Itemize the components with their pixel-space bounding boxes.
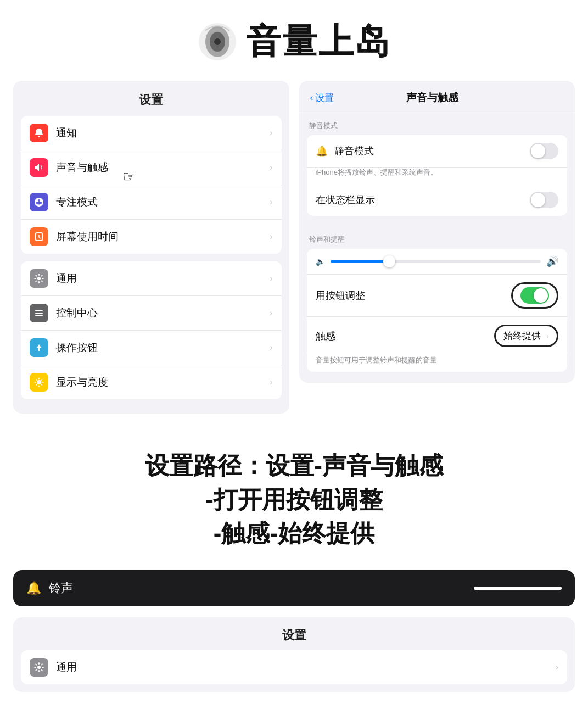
statusbar-toggle[interactable] — [530, 192, 558, 208]
tongyong-chevron: › — [270, 274, 272, 283]
bottom-general-icon — [30, 658, 48, 677]
bottom-section: 🔔 铃声 设置 通用 › — [0, 570, 588, 703]
caozuo-chevron: › — [270, 343, 272, 353]
svg-rect-8 — [35, 315, 43, 316]
settings-panel-title: 设置 — [13, 81, 289, 116]
bottom-general-chevron: › — [556, 662, 558, 672]
volume-high-icon: 🔊 — [546, 255, 558, 267]
ringtone-bar: 🔔 铃声 — [13, 570, 575, 606]
haptics-chevron: › — [546, 332, 549, 341]
pingmu-label: 屏幕使用时间 — [56, 230, 265, 244]
shengyin-chevron: › — [270, 163, 272, 172]
kongzhi-icon — [30, 304, 48, 322]
shengyin-label: 声音与触感 — [56, 160, 265, 175]
back-label: 设置 — [315, 92, 334, 104]
settings-group-1: 通知 › 声音与触感 ☞ › 专注模式 › — [21, 116, 282, 254]
ringtone-card: 🔈 🔊 用按钮调整 触感 — [307, 249, 568, 372]
tongzhi-chevron: › — [270, 128, 272, 138]
settings-item-tongyong[interactable]: 通用 › — [21, 261, 282, 296]
statusbar-label: 在状态栏显示 — [316, 193, 530, 207]
app-icon — [198, 22, 237, 62]
zhuanzhu-icon — [30, 193, 48, 211]
ringtone-bar-fill — [474, 587, 562, 590]
pingmu-chevron: › — [270, 232, 272, 242]
silent-section-label: 静音模式 — [307, 113, 568, 135]
haptics-value-highlight[interactable]: 始终提供 › — [494, 325, 558, 347]
path-section: 设置路径：设置-声音与触感-打开用按钮调整-触感-始终提供 — [0, 431, 588, 570]
svg-rect-6 — [35, 310, 43, 311]
panels-row: 设置 通知 › 声音与触感 ☞ › — [0, 81, 588, 431]
sound-panel: ‹ 设置 声音与触感 静音模式 🔔 静音模式 iPhone将播放铃声、提醒和系统… — [299, 81, 575, 383]
volume-slider-fill — [331, 260, 389, 263]
settings-item-tongzhi[interactable]: 通知 › — [21, 116, 282, 150]
settings-item-shengyin[interactable]: 声音与触感 ☞ › — [21, 150, 282, 185]
page-title: 音量上岛 — [246, 18, 391, 65]
bottom-settings-panel: 设置 通用 › — [13, 617, 575, 692]
ringtone-section: 铃声和提醒 🔈 🔊 用按钮调整 — [299, 227, 575, 383]
shengyin-icon — [30, 158, 48, 177]
svg-point-3 — [214, 38, 221, 45]
caozuo-label: 操作按钮 — [56, 341, 265, 355]
settings-item-pingmu[interactable]: 屏幕使用时间 › — [21, 220, 282, 254]
sound-panel-title: 声音与触感 — [334, 91, 531, 105]
haptics-row[interactable]: 触感 始终提供 › — [307, 317, 568, 355]
bell-icon: 🔔 — [316, 145, 328, 157]
cursor-hand: ☞ — [122, 168, 136, 186]
silent-card: 🔔 静音模式 iPhone将播放铃声、提醒和系统声音。 在状态栏显示 — [307, 135, 568, 216]
adjust-toggle-highlight[interactable] — [511, 282, 558, 309]
settings-group-2: 通用 › 控制中心 › 操作按钮 › — [21, 261, 282, 399]
silent-section: 静音模式 🔔 静音模式 iPhone将播放铃声、提醒和系统声音。 在状态栏显示 — [299, 113, 575, 227]
kongzhi-chevron: › — [270, 308, 272, 318]
xianshi-chevron: › — [270, 377, 272, 387]
bottom-settings-group: 通用 › — [21, 650, 567, 684]
svg-point-5 — [37, 277, 41, 280]
svg-point-9 — [37, 380, 41, 384]
back-chevron: ‹ — [310, 92, 313, 103]
xianshi-label: 显示与亮度 — [56, 375, 265, 389]
adjust-toggle[interactable] — [520, 287, 549, 304]
tongyong-label: 通用 — [56, 271, 265, 286]
settings-item-caozuo[interactable]: 操作按钮 › — [21, 331, 282, 365]
pingmu-icon — [30, 227, 48, 246]
ringtone-section-label: 铃声和提醒 — [307, 227, 568, 249]
haptics-label: 触感 — [316, 330, 495, 343]
svg-point-10 — [37, 666, 41, 669]
volume-low-icon: 🔈 — [316, 257, 325, 266]
volume-slider-thumb — [383, 255, 395, 267]
settings-item-xianshi[interactable]: 显示与亮度 › — [21, 365, 282, 399]
kongzhi-label: 控制中心 — [56, 306, 265, 320]
volume-slider-track[interactable] — [331, 260, 541, 263]
volume-slider-row[interactable]: 🔈 🔊 — [307, 249, 568, 274]
ringtone-label: 铃声 — [49, 580, 466, 596]
adjust-label: 用按钮调整 — [316, 289, 512, 302]
zhuanzhu-label: 专注模式 — [56, 195, 265, 209]
sound-panel-header: ‹ 设置 声音与触感 — [299, 81, 575, 113]
zhuanzhu-chevron: › — [270, 197, 272, 207]
tongyong-icon — [30, 269, 48, 288]
ringtone-bell-icon: 🔔 — [26, 581, 41, 595]
silent-toggle[interactable] — [530, 143, 558, 159]
settings-panel: 设置 通知 › 声音与触感 ☞ › — [13, 81, 289, 414]
path-text: 设置路径：设置-声音与触感-打开用按钮调整-触感-始终提供 — [33, 449, 555, 550]
silent-row[interactable]: 🔔 静音模式 — [307, 135, 568, 168]
caozuo-icon — [30, 338, 48, 357]
svg-rect-7 — [35, 313, 43, 314]
tongzhi-label: 通知 — [56, 126, 265, 140]
haptics-value: 始终提供 — [503, 330, 541, 342]
tongzhi-icon — [30, 124, 48, 142]
adjust-row[interactable]: 用按钮调整 — [307, 274, 568, 317]
xianshi-icon — [30, 373, 48, 392]
silent-label: 静音模式 — [334, 144, 530, 158]
settings-item-kongzhi[interactable]: 控制中心 › — [21, 296, 282, 331]
settings-item-zhuanzhu[interactable]: 专注模式 › — [21, 185, 282, 220]
bottom-general-item[interactable]: 通用 › — [21, 650, 567, 684]
bottom-settings-title: 设置 — [13, 617, 575, 650]
bottom-general-label: 通用 — [56, 660, 551, 674]
back-button[interactable]: ‹ 设置 — [310, 92, 334, 104]
header: 音量上岛 — [0, 0, 588, 81]
silent-sub: iPhone将播放铃声、提醒和系统声音。 — [307, 168, 568, 184]
volume-sub: 音量按钮可用于调整铃声和提醒的音量 — [307, 355, 568, 372]
statusbar-row[interactable]: 在状态栏显示 — [307, 184, 568, 216]
